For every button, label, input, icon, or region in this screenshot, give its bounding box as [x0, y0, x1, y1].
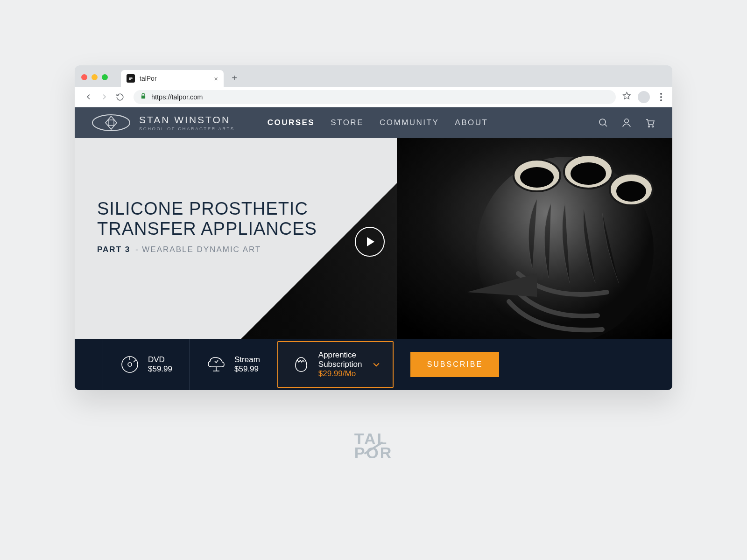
price-option-stream[interactable]: Stream $59.99 [190, 339, 277, 390]
chevron-down-icon [373, 361, 380, 369]
close-window-icon[interactable] [81, 74, 87, 80]
main-nav: COURSES STORE COMMUNITY ABOUT [268, 118, 488, 127]
browser-menu-icon[interactable] [656, 93, 666, 101]
brand-logo[interactable]: STAN WINSTON SCHOOL OF CHARACTER ARTS [92, 113, 235, 132]
page-footer-brand: TAL POR [354, 432, 393, 460]
window-controls [81, 74, 108, 80]
forward-button[interactable] [97, 90, 111, 104]
favicon-icon: tP [127, 74, 135, 83]
svg-point-11 [571, 162, 606, 185]
back-button[interactable] [81, 90, 95, 104]
browser-tab[interactable]: tP talPor × [121, 70, 224, 87]
logo-icon [92, 113, 131, 132]
profile-avatar-icon[interactable] [638, 91, 650, 103]
new-tab-button[interactable]: + [227, 71, 241, 85]
svg-point-0 [92, 115, 130, 131]
hero: SILICONE PROSTHETIC TRANSFER APPLIANCES … [75, 138, 672, 339]
nav-community[interactable]: COMMUNITY [380, 118, 439, 127]
minimize-window-icon[interactable] [92, 74, 98, 80]
svg-point-10 [520, 167, 554, 188]
svg-point-14 [128, 363, 132, 366]
svg-point-3 [648, 126, 650, 127]
hero-title: SILICONE PROSTHETIC TRANSFER APPLIANCES [97, 199, 340, 238]
close-tab-icon[interactable]: × [214, 75, 218, 83]
address-bar[interactable]: https://talpor.com [134, 90, 616, 104]
reload-button[interactable] [113, 90, 127, 104]
subscribe-button[interactable]: SUBSCRIBE [410, 352, 499, 377]
play-button[interactable] [355, 227, 385, 257]
search-icon[interactable] [598, 117, 609, 128]
maximize-window-icon[interactable] [102, 74, 108, 80]
browser-window: tP talPor × + https://talpor.com [75, 65, 672, 390]
egg-icon [291, 355, 311, 374]
price-option-dvd[interactable]: DVD $59.99 [103, 339, 190, 390]
svg-point-12 [616, 181, 646, 202]
hero-image [397, 138, 672, 339]
hero-copy: SILICONE PROSTHETIC TRANSFER APPLIANCES … [97, 199, 340, 254]
nav-courses[interactable]: COURSES [268, 118, 315, 127]
bookmark-star-icon[interactable] [622, 91, 631, 102]
svg-point-2 [625, 119, 628, 123]
disc-icon [120, 355, 140, 374]
account-icon[interactable] [621, 117, 632, 128]
price-option-apprentice[interactable]: Apprentice Subscription $29.99/Mo [277, 341, 394, 388]
lock-icon [140, 93, 147, 101]
nav-about[interactable]: ABOUT [455, 118, 488, 127]
svg-point-1 [599, 119, 606, 125]
pricing-bar: DVD $59.99 Stream $59.99 Apprentice [75, 339, 672, 390]
nav-store[interactable]: STORE [331, 118, 364, 127]
browser-toolbar: https://talpor.com [75, 87, 672, 107]
cart-icon[interactable] [644, 117, 655, 128]
tab-title: talPor [140, 75, 157, 82]
site-header: STAN WINSTON SCHOOL OF CHARACTER ARTS CO… [75, 107, 672, 138]
stream-icon [206, 355, 226, 374]
brand-text: STAN WINSTON SCHOOL OF CHARACTER ARTS [139, 114, 235, 131]
svg-point-4 [652, 126, 654, 127]
browser-tabstrip: tP talPor × + [75, 65, 672, 87]
url-text: https://talpor.com [151, 93, 203, 101]
hero-subtitle: PART 3 - WEARABLE DYNAMIC ART [97, 245, 340, 254]
